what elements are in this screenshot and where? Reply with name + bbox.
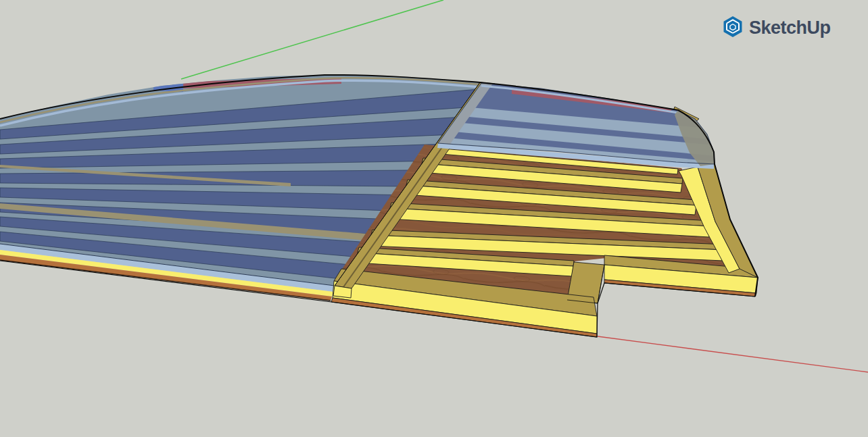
sketchup-logo: SketchUp <box>721 14 868 45</box>
logo-wordmark: SketchUp <box>749 18 831 38</box>
sketchup-cube-icon <box>724 16 742 37</box>
sketchup-viewport[interactable]: SketchUp <box>0 0 868 437</box>
model-scene[interactable] <box>0 0 868 437</box>
